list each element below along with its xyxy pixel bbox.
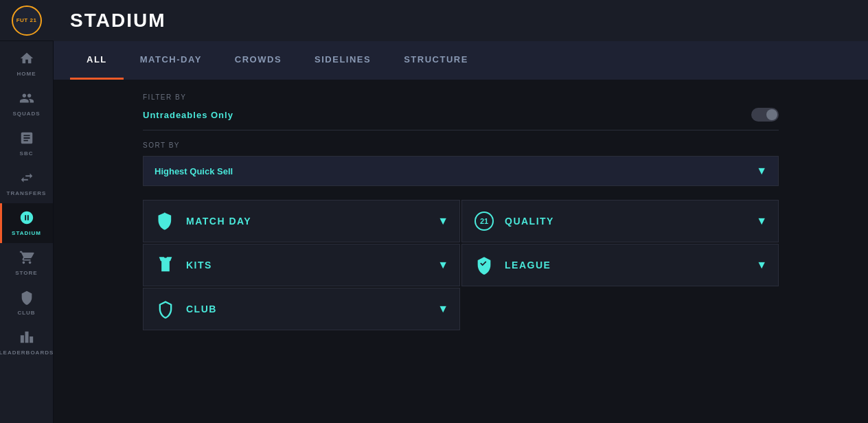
quality-label: QUALITY (505, 216, 554, 227)
club-icon (19, 290, 34, 308)
main-content: STADIUM ALL MATCH-DAY CROWDS SIDELINES S… (54, 0, 868, 423)
filter-cards: MATCH DAY ▼ KITS ▼ (143, 200, 779, 330)
tab-crowds-label: CROWDS (235, 54, 282, 65)
sidebar-item-sbc[interactable]: SBC (0, 124, 53, 163)
filter-section: FILTER BY Untradeables Only SORT BY High… (54, 80, 868, 423)
filter-card-quality[interactable]: 21 QUALITY ▼ (461, 200, 779, 242)
untradeables-toggle[interactable] (751, 108, 779, 122)
sidebar-label-transfers: TRANSFERS (7, 190, 47, 196)
store-icon (19, 250, 34, 268)
sidebar-label-leaderboards: LEADERBOARDS (0, 350, 54, 356)
filter-by-label: FILTER BY (143, 93, 779, 101)
page-header: STADIUM (54, 0, 868, 41)
match-day-chevron-icon: ▼ (437, 215, 448, 227)
app-logo: FUT 21 (0, 0, 54, 41)
filter-card-match-day[interactable]: MATCH DAY ▼ (143, 200, 460, 242)
tab-match-day[interactable]: MATCH-DAY (124, 41, 218, 80)
match-day-label: MATCH DAY (186, 216, 251, 227)
sidebar-item-store[interactable]: STORE (0, 243, 53, 283)
sort-chevron-down-icon: ▼ (756, 165, 767, 177)
sbc-icon (19, 130, 34, 149)
filter-row: Untradeables Only (143, 108, 779, 130)
sidebar-item-transfers[interactable]: TRANSFERS (0, 163, 53, 203)
filter-card-quality-left: 21 QUALITY (473, 210, 554, 232)
match-day-icon (155, 210, 176, 232)
sidebar-item-club[interactable]: CLUB (0, 283, 53, 323)
untradeables-label: Untradeables Only (143, 110, 233, 120)
filter-card-club-left: CLUB (155, 298, 217, 320)
sidebar-label-store: STORE (15, 270, 37, 276)
league-chevron-icon: ▼ (756, 259, 767, 271)
sidebar: FUT 21 HOME SQUADS SBC (0, 0, 54, 423)
filter-cards-left: MATCH DAY ▼ KITS ▼ (143, 200, 460, 330)
sidebar-item-squads[interactable]: SQUADS (0, 84, 53, 124)
filter-card-kits[interactable]: KITS ▼ (143, 244, 460, 286)
club-label: CLUB (186, 304, 217, 315)
tab-match-day-label: MATCH-DAY (140, 54, 202, 65)
club-badge-icon (155, 298, 176, 320)
tab-all-label: ALL (87, 54, 107, 65)
filter-card-kits-left: KITS (155, 254, 212, 276)
sidebar-label-stadium: STADIUM (12, 230, 41, 236)
sidebar-label-club: CLUB (17, 310, 35, 316)
league-icon (473, 254, 495, 276)
kits-label: KITS (186, 260, 212, 271)
league-label: LEAGUE (505, 260, 551, 271)
squads-icon (19, 91, 34, 109)
filter-card-league[interactable]: LEAGUE ▼ (461, 244, 779, 286)
tab-structure-label: STRUCTURE (404, 54, 468, 65)
sort-dropdown[interactable]: Highest Quick Sell ▼ (143, 156, 779, 186)
kits-icon (155, 254, 176, 276)
sidebar-label-squads: SQUADS (12, 111, 40, 117)
sidebar-item-stadium[interactable]: STADIUM (0, 203, 53, 243)
fut-logo-badge: FUT 21 (12, 5, 42, 36)
club-chevron-icon: ▼ (437, 303, 448, 315)
tab-structure[interactable]: STRUCTURE (387, 41, 485, 80)
toggle-knob (766, 109, 777, 120)
sort-value: Highest Quick Sell (155, 166, 233, 176)
sidebar-label-sbc: SBC (20, 150, 34, 157)
filter-cards-right: 21 QUALITY ▼ (461, 200, 779, 330)
stadium-icon (19, 210, 34, 229)
transfers-icon (19, 170, 34, 189)
filter-card-league-left: LEAGUE (473, 254, 551, 276)
logo-text: FUT 21 (16, 17, 37, 23)
leaderboards-icon (19, 330, 34, 348)
sort-by-label: SORT BY (143, 141, 779, 149)
page-title: STADIUM (70, 10, 165, 32)
sidebar-item-home[interactable]: HOME (0, 44, 53, 84)
sidebar-item-leaderboards[interactable]: LEADERBOARDS (0, 323, 53, 363)
filter-card-club[interactable]: CLUB ▼ (143, 288, 460, 330)
sidebar-label-home: HOME (17, 71, 36, 77)
tab-sidelines[interactable]: SIDELINES (298, 41, 387, 80)
quality-chevron-icon: ▼ (756, 215, 767, 227)
tab-all[interactable]: ALL (70, 41, 124, 80)
filter-card-match-day-left: MATCH DAY (155, 210, 251, 232)
tab-crowds[interactable]: CROWDS (218, 41, 298, 80)
navigation-tabs: ALL MATCH-DAY CROWDS SIDELINES STRUCTURE (54, 41, 868, 80)
tab-sidelines-label: SIDELINES (315, 54, 371, 65)
kits-chevron-icon: ▼ (437, 259, 448, 271)
home-icon (19, 51, 34, 69)
quality-icon: 21 (473, 210, 495, 232)
